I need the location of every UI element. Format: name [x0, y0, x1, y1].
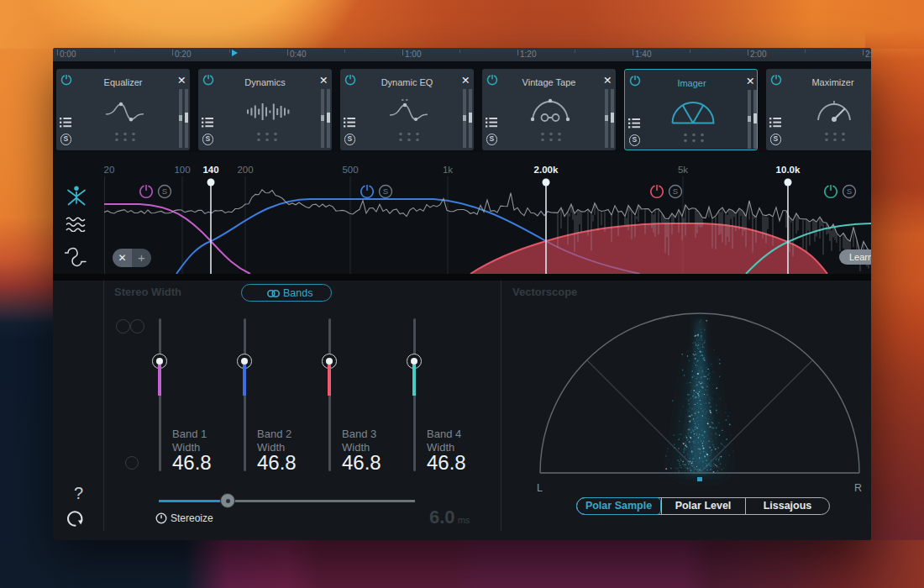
svg-text:S: S	[847, 186, 852, 196]
svg-text:S: S	[383, 186, 388, 196]
svg-text:S: S	[162, 186, 167, 196]
svg-text:S: S	[673, 186, 678, 196]
